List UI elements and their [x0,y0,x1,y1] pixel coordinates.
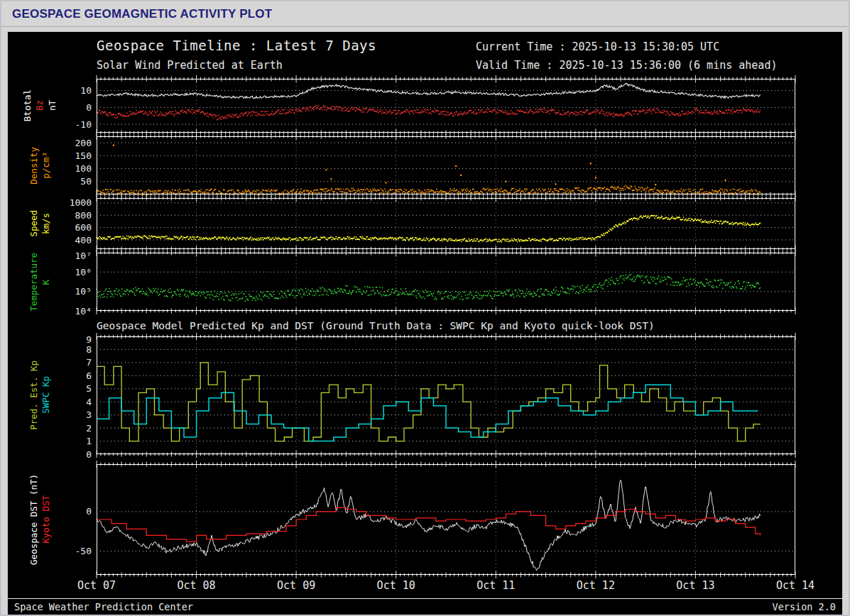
y-tick-label: 0 [86,449,92,459]
axis-label-p-cm: p/cm³ [41,152,51,179]
y-tick-label: 50 [80,176,92,187]
y-tick-label: 10⁵ [75,286,92,297]
y-tick-label: 5 [86,383,92,394]
y-tick-label: 4 [86,396,92,407]
time-ticks [97,333,795,458]
chart-row-speed: Speedkm/s 4006008001000 [8,198,795,249]
panel-footer: Space Weather Prediction Center Version … [8,598,842,615]
h-gridlines [97,253,795,311]
chart-row-density: Densityp/cm³ 50100150200 [8,136,795,194]
kp-dst-section-title: Geospace Model Predicted Kp and DST (Gro… [8,315,795,336]
title-row: Geospace Timeline : Latest 7 Days Curren… [8,38,842,59]
y-tick-label: 6 [86,370,92,381]
axis-label-geospace-dst-nt: Geospace DST (nT) [29,474,39,565]
chart-svg-dst: 0-50 [97,464,795,575]
chart-svg-spd: 4006008001000 [97,198,795,249]
x-tick-label-oct-12: Oct 12 [577,579,615,592]
x-tick-label-oct-08: Oct 08 [177,579,215,592]
h-gridlines [97,512,795,551]
chart-row-temperature: TemperatureK 10⁴10⁵10⁶10⁷ [8,253,795,312]
y-tick-label: 400 [75,235,92,246]
chart-solar-wind-magnetic-field: -10010 [97,79,795,133]
x-tick-label-oct-09: Oct 09 [277,579,315,592]
current-time: Current Time : 2025-10-13 15:30:05 UTC [476,40,795,53]
page-title: GEOSPACE GEOMAGNETIC ACTIVITY PLOT [1,1,849,27]
chart-temperature: 10⁴10⁵10⁶10⁷ [97,253,795,311]
chart-row-mag: BtotalBznT -10010 [8,79,795,133]
plot-border [97,253,795,311]
chart-svg-kp: 0123456789 [97,336,795,454]
axis-label-k: K [41,280,51,285]
plot-border [97,137,795,194]
y-tick-label: 10⁶ [75,267,92,277]
h-gridlines [97,336,795,454]
footer-version: Version 2.0 [773,601,836,612]
axis-label-speed: Speed [29,210,39,237]
axis-label-pred-est-kp: Pred. Est. Kp [29,361,39,430]
h-gridlines [97,143,795,182]
y-tick-label: 7 [86,357,92,368]
chart-svg-den: 50100150200 [97,136,795,194]
y-tick-label: 10⁷ [75,251,92,261]
yaxis-labels-dst: Geospace DST (nT)Kyoto DST [8,464,97,575]
yaxis-labels-temperature: TemperatureK [8,253,97,312]
y-tick-label: 0 [86,506,92,517]
axis-label-bz: Bz [35,100,45,111]
y-tick-label: 100 [75,163,92,174]
y-tick-label: 10 [80,85,92,96]
axis-label-temperature: Temperature [29,253,39,312]
plot-border [97,79,795,133]
y-tick-label: 800 [75,210,92,221]
y-tick-label: 200 [75,138,92,148]
chart-row-dst: Geospace DST (nT)Kyoto DST 0-50 [8,464,795,575]
x-tick-label-oct-14: Oct 14 [776,579,814,592]
plot-title: Geospace Timeline : Latest 7 Days [97,38,476,53]
x-axis-tick-labels: Oct 07Oct 08Oct 09Oct 10Oct 11Oct 12Oct … [97,576,795,595]
axis-label-km-s: km/s [41,213,51,234]
y-tick-label: 10⁴ [75,306,92,317]
time-ticks [97,133,795,198]
footer-source: Space Weather Prediction Center [14,601,193,612]
plot-border [97,199,795,249]
y-tick-label: 8 [86,344,92,355]
x-tick-label-oct-11: Oct 11 [476,579,515,592]
y-tick-label: 3 [86,409,92,420]
valid-time: Valid Time : 2025-10-13 15:36:00 (6 mins… [476,59,795,72]
y-tick-label: 1 [86,436,92,446]
chart-svg-tmp: 10⁴10⁵10⁶10⁷ [97,253,795,311]
axis-label-density: Density [29,147,39,185]
plot-border [97,336,795,453]
y-tick-label: 9 [86,334,92,345]
time-ticks [97,194,795,253]
chart-row-kp: Pred. Est. KpSWPC Kp 0123456789 [8,336,795,454]
axis-label-nt: nT [48,100,58,111]
yaxis-labels-kp: Pred. Est. KpSWPC Kp [8,336,97,454]
charts-area: BtotalBznT -10010 Densityp/cm³ 501001502… [8,76,842,595]
y-tick-label: -10 [75,119,92,130]
x-axis: Oct 07Oct 08Oct 09Oct 10Oct 11Oct 12Oct … [8,576,795,595]
axis-label-swpc-kp: SWPC Kp [41,376,51,414]
x-tick-label-oct-13: Oct 13 [676,579,714,592]
chart-kp: 0123456789 [97,336,795,454]
y-tick-label: 2 [86,422,92,433]
x-tick-label-oct-07: Oct 07 [77,579,116,592]
time-ticks [97,75,795,136]
v-gridlines [197,198,696,249]
y-tick-label: -50 [75,546,92,556]
plot-panel: Geospace Timeline : Latest 7 Days Curren… [7,31,843,616]
chart-dst: 0-50 [97,464,795,575]
series-temperature [97,275,761,301]
y-tick-label: 0 [86,102,92,113]
v-gridlines [197,136,696,194]
v-gridlines [197,253,696,311]
x-tick-label-oct-10: Oct 10 [377,579,415,592]
time-ticks [97,249,795,314]
solar-wind-subtitle: Solar Wind Predicted at Earth [97,59,476,72]
y-tick-label: 1000 [70,197,92,208]
chart-density: 50100150200 [97,136,795,194]
axis-label-btotal: Btotal [23,89,33,121]
series-density-spikes [114,145,726,185]
chart-speed: 4006008001000 [97,198,795,249]
subtitle-row: Solar Wind Predicted at Earth Valid Time… [8,59,842,76]
v-gridlines [197,336,696,454]
